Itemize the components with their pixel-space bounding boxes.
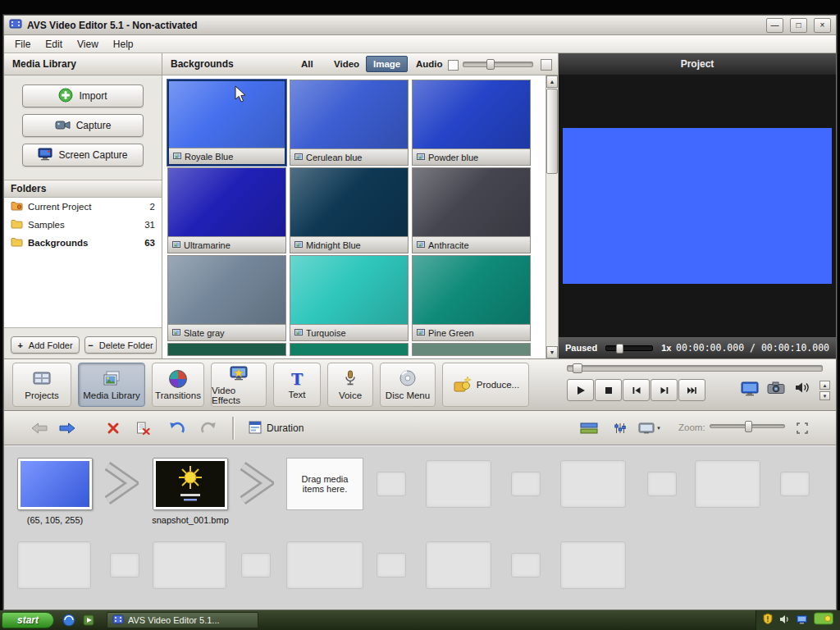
media-tile-ultramarine[interactable]: Ultramarine: [167, 167, 286, 253]
media-tile-turquoise[interactable]: Turquoise: [290, 255, 409, 341]
snapshot-camera-button[interactable]: [767, 381, 785, 395]
tab-video-effects[interactable]: Video Effects: [211, 363, 267, 407]
folder-item-backgrounds[interactable]: Backgrounds 63: [4, 234, 162, 252]
storyboard-placeholder[interactable]: [153, 541, 226, 589]
display-mode-button[interactable]: ▼: [636, 418, 664, 438]
taskbar-app-button[interactable]: AVS Video Editor 5.1...: [107, 612, 258, 628]
undo-button[interactable]: [167, 418, 188, 438]
storyboard-placeholder[interactable]: [647, 472, 677, 496]
zoom-slider[interactable]: [710, 424, 785, 428]
storyboard-placeholder[interactable]: [286, 541, 363, 589]
capture-button[interactable]: Capture: [22, 114, 144, 137]
media-tile-slate-gray[interactable]: Slate gray: [167, 255, 286, 341]
scroll-up-button[interactable]: ▲: [546, 75, 558, 88]
menu-help[interactable]: Help: [106, 37, 141, 52]
storyboard-placeholder[interactable]: [780, 472, 810, 496]
storyboard-placeholder[interactable]: [241, 553, 271, 578]
media-tile-partial[interactable]: [412, 343, 531, 356]
tab-text[interactable]: T Text: [273, 363, 321, 407]
storyboard-placeholder[interactable]: [377, 472, 406, 496]
spin-down-button[interactable]: ▼: [819, 391, 830, 400]
speed-slider-thumb[interactable]: [616, 344, 623, 354]
screen-capture-button[interactable]: Screen Capture: [22, 144, 144, 167]
scroll-down-button[interactable]: ▼: [546, 346, 558, 358]
thumbnail-size-slider[interactable]: [463, 62, 533, 67]
storyboard-placeholder[interactable]: [17, 541, 91, 589]
folder-item-samples[interactable]: Samples 31: [4, 216, 162, 234]
delete-folder-button[interactable]: − Delete Folder: [84, 336, 157, 354]
seek-thumb[interactable]: [573, 363, 582, 373]
media-tile-partial[interactable]: [290, 343, 409, 356]
next-button[interactable]: [651, 379, 678, 401]
volume-spinner[interactable]: ▲ ▼: [819, 381, 830, 400]
storyboard-clip-color[interactable]: [17, 458, 93, 510]
storyboard-placeholder[interactable]: [511, 472, 541, 496]
tab-media-library[interactable]: Media Library: [78, 363, 145, 407]
filter-audio[interactable]: Audio: [409, 56, 450, 72]
storyboard-clip-snapshot[interactable]: [153, 458, 228, 510]
fit-to-screen-button[interactable]: [792, 418, 813, 438]
thumbnail-options-checkbox[interactable]: [448, 60, 459, 71]
media-tile-cerulean-blue[interactable]: Cerulean blue: [290, 80, 409, 166]
duration-button[interactable]: Duration: [242, 418, 310, 439]
filter-video[interactable]: Video: [326, 56, 367, 72]
storyboard-placeholder[interactable]: [560, 541, 626, 589]
tab-projects[interactable]: Projects: [12, 363, 71, 407]
fullscreen-monitor-button[interactable]: [741, 381, 759, 396]
delete-button[interactable]: [103, 418, 124, 438]
close-button[interactable]: ×: [814, 18, 831, 33]
fast-forward-button[interactable]: [678, 379, 705, 401]
zoom-slider-thumb[interactable]: [745, 421, 752, 432]
tray-volume-icon[interactable]: [779, 613, 790, 628]
audio-mixer-button[interactable]: [609, 418, 631, 438]
scrollbar-thumb[interactable]: [546, 89, 558, 174]
storyboard-placeholder[interactable]: [426, 460, 491, 508]
menu-edit[interactable]: Edit: [38, 37, 70, 52]
tray-status-indicator[interactable]: [814, 612, 833, 628]
start-button[interactable]: start: [2, 612, 54, 628]
tab-transitions[interactable]: Transitions: [152, 363, 204, 407]
minimize-button[interactable]: —: [766, 18, 783, 33]
tray-display-icon[interactable]: [797, 613, 807, 628]
drag-media-drop-zone[interactable]: Drag media items here.: [286, 458, 363, 510]
navigate-forward-button[interactable]: [57, 418, 78, 438]
tab-disc-menu[interactable]: Disc Menu: [380, 363, 436, 407]
tab-voice[interactable]: Voice: [327, 363, 373, 407]
spin-up-button[interactable]: ▲: [819, 381, 830, 390]
play-button[interactable]: [567, 379, 594, 401]
maximize-button[interactable]: □: [790, 18, 807, 33]
import-button[interactable]: Import: [22, 84, 144, 107]
redo-button[interactable]: [198, 418, 219, 438]
timeline-view-button[interactable]: [578, 418, 600, 438]
quicklaunch-browser-icon[interactable]: [62, 614, 75, 627]
clear-all-button[interactable]: [132, 418, 153, 438]
seek-bar[interactable]: [567, 365, 823, 372]
folder-item-current-project[interactable]: Current Project 2: [4, 198, 162, 216]
storyboard-placeholder[interactable]: [511, 553, 541, 578]
menu-view[interactable]: View: [70, 37, 106, 52]
media-tile-midnight-blue[interactable]: Midnight Blue: [290, 167, 409, 253]
filter-all[interactable]: All: [294, 56, 321, 72]
media-tile-royale-blue[interactable]: Royale Blue: [167, 80, 286, 166]
storyboard-placeholder[interactable]: [695, 460, 760, 508]
speed-slider[interactable]: [605, 345, 653, 351]
volume-button[interactable]: [795, 381, 811, 394]
filter-image[interactable]: Image: [366, 56, 408, 72]
media-tile-anthracite[interactable]: Anthracite: [412, 167, 531, 253]
media-tile-powder-blue[interactable]: Powder blue: [412, 80, 531, 166]
tab-produce[interactable]: Produce...: [442, 363, 529, 407]
view-toggle-button[interactable]: [541, 59, 552, 71]
media-tile-partial[interactable]: [167, 343, 286, 356]
quicklaunch-player-icon[interactable]: [82, 614, 95, 627]
media-tile-pine-green[interactable]: Pine Green: [412, 255, 531, 341]
storyboard-placeholder[interactable]: [560, 460, 626, 508]
storyboard-placeholder[interactable]: [426, 541, 491, 589]
security-shield-icon[interactable]: [763, 613, 773, 628]
vertical-scrollbar[interactable]: ▲ ▼: [546, 75, 558, 358]
storyboard-placeholder[interactable]: [110, 553, 139, 578]
menu-file[interactable]: File: [7, 37, 38, 52]
previous-button[interactable]: [623, 379, 650, 401]
storyboard-placeholder[interactable]: [377, 553, 406, 578]
slider-thumb[interactable]: [486, 59, 495, 70]
navigate-back-button[interactable]: [29, 418, 50, 438]
